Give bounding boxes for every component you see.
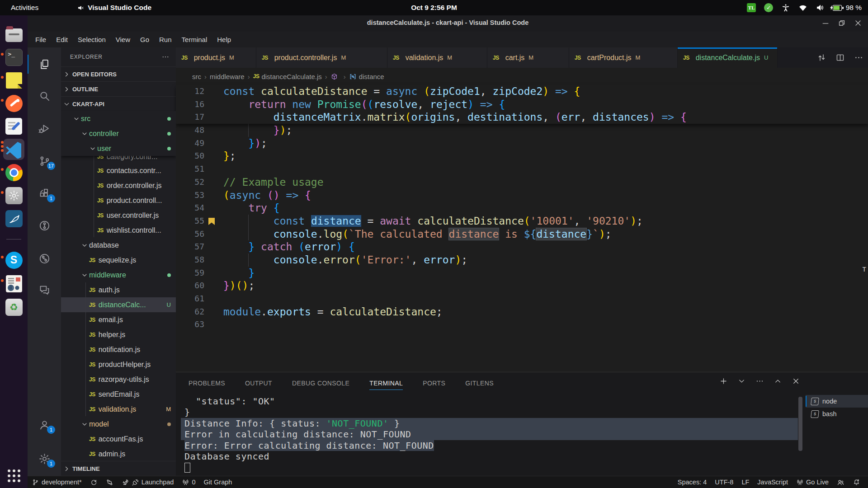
breadcrumb-item-distance[interactable]: distance [349, 73, 384, 80]
status-item-0[interactable]: 0 [178, 476, 199, 488]
tab-product.controller.js[interactable]: JSproduct.controller.jsM [256, 47, 387, 68]
sidebar-section-timeline[interactable]: TIMELINE [61, 461, 176, 476]
compare-changes-icon[interactable] [817, 53, 826, 62]
tree-folder-controller[interactable]: controller [61, 126, 176, 141]
plus-icon[interactable] [719, 377, 728, 385]
status-item-development-[interactable]: development* [28, 476, 86, 488]
panel-tab-debug-console[interactable]: DEBUG CONSOLE [292, 372, 349, 394]
tree-folder-model[interactable]: model [61, 417, 176, 432]
status-item-utf-8[interactable]: UTF-8 [711, 476, 737, 488]
activity-settings-gear-icon[interactable]: 1 [28, 447, 61, 470]
minimize-icon[interactable] [821, 19, 830, 28]
tree-file-auth-js[interactable]: JSauth.js [61, 282, 176, 297]
activity-accounts-icon[interactable]: 1 [28, 413, 61, 436]
activity-run-debug-icon[interactable] [28, 117, 61, 140]
panel-tab-gitlens[interactable]: GITLENS [465, 372, 494, 394]
menu-item-go[interactable]: Go [135, 33, 154, 46]
code-line-51[interactable]: 51 [176, 163, 868, 176]
tree-file-category-contr-[interactable]: JScategory.contr... [61, 156, 176, 163]
terminal-scrollbar[interactable] [798, 397, 802, 451]
activity-extensions-icon[interactable]: 1 [28, 182, 61, 205]
status-item-git-compare-icon[interactable] [102, 476, 118, 488]
activity-gitlens-inspect-icon[interactable] [28, 247, 61, 270]
dock-item-text-editor-app-icon[interactable] [3, 116, 24, 137]
status-item-spaces-4[interactable]: Spaces: 4 [674, 476, 711, 488]
terminal-session-node[interactable]: $node [806, 395, 868, 408]
dock-item-chrome-app-icon[interactable] [3, 162, 24, 183]
tree-file-distanceCalc-[interactable]: JSdistanceCalc...U [61, 297, 176, 312]
code-line-53[interactable]: 53(async () => { [176, 189, 868, 202]
tab-product.js[interactable]: JSproduct.jsM [176, 47, 256, 68]
tree-folder-middleware[interactable]: middleware [61, 267, 176, 282]
accessibility-icon[interactable] [781, 3, 790, 12]
tree-file-sendEmail-js[interactable]: JSsendEmail.js [61, 387, 176, 402]
tree-folder-database[interactable]: database [61, 238, 176, 253]
code-line-54[interactable]: 54 try { [176, 202, 868, 215]
dock-item-files-app-icon[interactable] [3, 23, 24, 45]
code-line-56[interactable]: 56 console.log(`The calculated distance … [176, 228, 868, 241]
tab-distanceCalculate.js[interactable]: JSdistanceCalculate.jsU [678, 47, 778, 68]
menu-item-run[interactable]: Run [154, 33, 177, 46]
breadcrumb-item-middleware[interactable]: middleware [210, 73, 245, 80]
menu-item-edit[interactable]: Edit [51, 33, 73, 46]
tree-file-contactus-contr-[interactable]: JScontactus.contr... [61, 163, 176, 178]
system-tray[interactable]: TL✓98 % [747, 3, 862, 12]
code-line-49[interactable]: 49 }); [176, 137, 868, 150]
terminal-output[interactable]: "status": "OK"}Distance Info: { status: … [181, 396, 798, 473]
menu-item-selection[interactable]: Selection [73, 33, 111, 46]
status-item-sync-icon[interactable] [86, 476, 102, 488]
tree-file-wishlist-controll-[interactable]: JSwishlist.controll... [61, 223, 176, 238]
menu-item-help[interactable]: Help [212, 33, 236, 46]
panel-tab-ports[interactable]: PORTS [423, 372, 445, 394]
tab-cart.js[interactable]: JScart.jsM [487, 47, 569, 68]
dock-item-skype-app-icon[interactable]: S [3, 249, 24, 271]
activity-source-control-icon[interactable]: 17 [28, 150, 61, 172]
tree-folder-src[interactable]: src [61, 111, 176, 126]
tree-file-user-controller-js[interactable]: JSuser.controller.js [61, 208, 176, 223]
menu-item-file[interactable]: File [30, 33, 51, 46]
code-line-58[interactable]: 58 console.error('Error:', error); [176, 253, 868, 267]
minimap[interactable]: T [863, 266, 866, 273]
code-editor[interactable]: 12const calculateDistance = async (zipCo… [176, 85, 868, 372]
show-applications-button[interactable] [3, 465, 24, 486]
battery-icon[interactable]: 98 % [833, 4, 862, 12]
wifi-icon[interactable] [798, 3, 807, 12]
activity-gitlens-icon[interactable] [28, 214, 61, 237]
updates-check-icon[interactable]: ✓ [764, 3, 773, 12]
tree-file-product-controll-[interactable]: JSproduct.controll... [61, 193, 176, 208]
status-item-people-icon[interactable] [833, 476, 849, 488]
breadcrumb-item--function-[interactable] [330, 73, 340, 80]
tab-cartProduct.js[interactable]: JScartProduct.jsM [569, 47, 678, 68]
status-item-lf[interactable]: LF [737, 476, 753, 488]
tab-validation.js[interactable]: JSvalidation.jsM [387, 47, 487, 68]
code-line-55[interactable]: 55 const distance = await calculateDista… [176, 215, 868, 228]
tree-file-accountFas-js[interactable]: JSaccountFas.js [61, 432, 176, 446]
more-icon[interactable] [854, 53, 863, 62]
activities-button[interactable]: Activities [11, 4, 38, 12]
tree-file-razorpay-utils-js[interactable]: JSrazorpay-utils.js [61, 372, 176, 387]
clock[interactable]: Oct 9 2:56 PM [411, 4, 457, 12]
dock-item-notes-app-icon[interactable] [3, 70, 24, 91]
dock-item-postman-app-icon[interactable] [3, 93, 24, 114]
status-item-bell-dot-icon[interactable] [849, 476, 864, 488]
menu-item-view[interactable]: View [111, 33, 135, 46]
code-line-17[interactable]: 17 distanceMatrix.matrix(origins, destin… [176, 111, 868, 124]
dock-item-vscode-app-icon[interactable] [3, 139, 24, 160]
tree-file-order-controller-js[interactable]: JSorder.controller.js [61, 178, 176, 193]
focused-app-indicator[interactable]: Visual Studio Code [77, 4, 151, 12]
panel-tab-problems[interactable]: PROBLEMS [189, 372, 225, 394]
activity-comments-icon[interactable] [28, 278, 61, 301]
activity-explorer-icon[interactable] [28, 53, 61, 75]
dock-item-mysql-workbench-app-icon[interactable] [3, 208, 24, 229]
terminal-session-bash[interactable]: $bash [806, 408, 868, 420]
code-line-57[interactable]: 57 } catch (error) { [176, 240, 868, 253]
tree-file-sequelize-js[interactable]: JSsequelize.js [61, 253, 176, 267]
code-line-60[interactable]: 60})(); [176, 279, 868, 292]
code-line-62[interactable]: 62module.exports = calculateDistance; [176, 305, 868, 319]
status-item-javascript[interactable]: JavaScript [753, 476, 792, 488]
tree-file-email-js[interactable]: JSemail.js [61, 312, 176, 327]
breadcrumb[interactable]: src›middleware›JSdistanceCalculate.js››d… [176, 68, 868, 85]
code-line-50[interactable]: 50}; [176, 150, 868, 163]
code-line-48[interactable]: 48 }); [176, 124, 868, 137]
panel-tab-terminal[interactable]: TERMINAL [369, 372, 403, 394]
